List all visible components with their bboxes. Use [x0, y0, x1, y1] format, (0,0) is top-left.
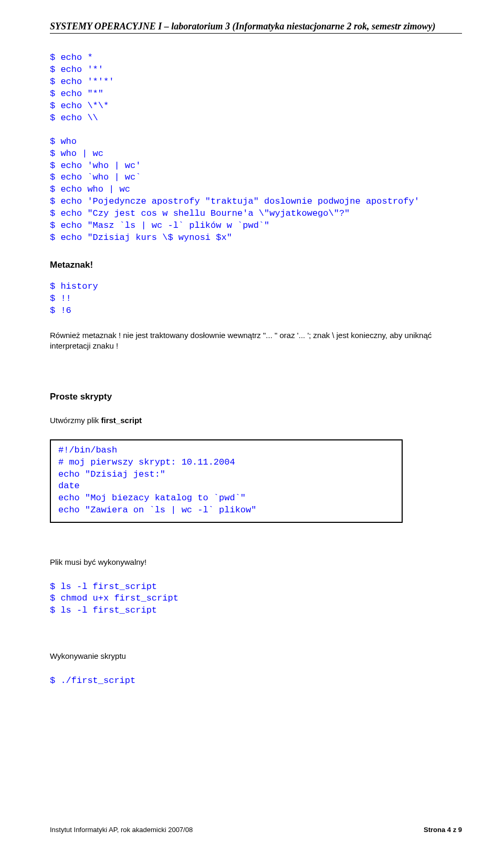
code-block-chmod: $ ls -l first_script $ chmod u+x first_s… [50, 581, 462, 617]
create-text: Utwórzmy plik [50, 416, 101, 425]
section-proste-skrypty: Proste skrypty [50, 392, 462, 402]
paragraph-create-file: Utwórzmy plik first_script [50, 415, 462, 426]
section-metaznak: Metaznak! [50, 260, 462, 270]
code-block-history: $ history $ !! $ !6 [50, 281, 462, 317]
code-box-content: #!/bin/bash # moj pierwszy skrypt: 10.11… [58, 445, 394, 517]
code-block-echo-stars: $ echo * $ echo '*' $ echo '*'*' $ echo … [50, 52, 462, 124]
code-block-run-script: $ ./first_script [50, 675, 462, 687]
footer-page-number: Strona 4 z 9 [424, 826, 462, 834]
page: SYSTEMY OPERACYJNE I – laboratorium 3 (I… [0, 0, 504, 852]
page-header: SYSTEMY OPERACYJNE I – laboratorium 3 (I… [50, 21, 462, 34]
code-box-first-script: #!/bin/bash # moj pierwszy skrypt: 10.11… [50, 439, 403, 523]
first-script-name: first_script [101, 416, 142, 425]
paragraph-metaznak-note: Również metaznak ! nie jest traktowany d… [50, 330, 462, 352]
code-block-who-echo: $ who $ who | wc $ echo 'who | wc' $ ech… [50, 136, 462, 244]
footer-institute: Instytut Informatyki AP, rok akademicki … [50, 826, 193, 834]
page-footer: Instytut Informatyki AP, rok akademicki … [50, 826, 462, 834]
paragraph-must-be-executable: Plik musi być wykonywalny! [50, 557, 462, 567]
section-wykonywanie-skryptu: Wykonywanie skryptu [50, 651, 462, 661]
